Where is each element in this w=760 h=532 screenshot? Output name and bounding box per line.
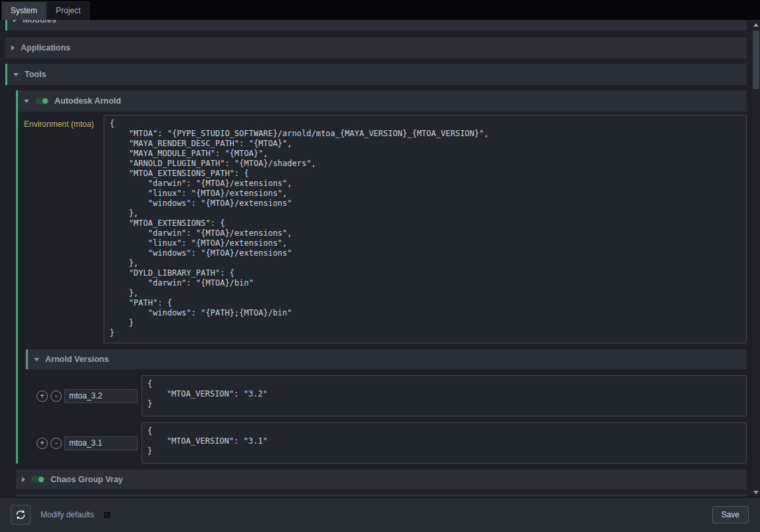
scrollbar-thumb[interactable] xyxy=(753,31,759,89)
window-tabbar: System Project xyxy=(0,0,760,20)
chevron-down-icon xyxy=(34,358,39,361)
group-label-chaos-group-vray: Chaos Group Vray xyxy=(50,475,123,484)
environment-label: Environment (mtoa) xyxy=(24,115,100,129)
add-version-button[interactable]: + xyxy=(37,438,48,449)
tab-project[interactable]: Project xyxy=(47,1,90,20)
group-header-chaos-group-vray[interactable]: Chaos Group Vray xyxy=(16,470,747,489)
remove-version-button[interactable]: - xyxy=(50,391,62,402)
chevron-down-icon xyxy=(13,73,19,76)
chevron-right-icon xyxy=(22,477,25,482)
group-header-autodesk-arnold[interactable]: Autodesk Arnold xyxy=(18,90,747,112)
version-name-input[interactable] xyxy=(64,436,138,450)
save-button[interactable]: Save xyxy=(712,506,749,523)
clipped-next-row xyxy=(16,494,747,497)
chevron-right-icon xyxy=(13,20,17,23)
section-label-modules: Modules xyxy=(23,20,56,25)
version-item-controls: + - xyxy=(37,389,138,403)
refresh-icon xyxy=(15,509,27,521)
group-label-autodesk-arnold: Autodesk Arnold xyxy=(54,96,121,106)
scrollbar-track[interactable] xyxy=(751,29,760,488)
settings-scroll-area: Modules Applications Tools Autodesk Arno… xyxy=(0,20,751,497)
section-header-tools[interactable]: Tools xyxy=(5,64,747,85)
tab-system[interactable]: System xyxy=(1,1,47,20)
chevron-down-icon xyxy=(24,100,29,103)
modify-defaults-label: Modify defaults xyxy=(41,510,94,519)
scroll-down-icon[interactable] xyxy=(751,488,760,497)
settings-content: Modules Applications Tools Autodesk Arno… xyxy=(0,20,760,497)
remove-version-button[interactable]: - xyxy=(50,438,62,449)
scroll-up-icon[interactable] xyxy=(751,20,760,29)
section-label-tools: Tools xyxy=(25,70,46,79)
enabled-toggle[interactable] xyxy=(35,98,48,104)
version-json-editor[interactable]: { "MTOA_VERSION": "3.2" } xyxy=(142,375,747,416)
section-label-applications: Applications xyxy=(21,43,70,52)
section-header-applications[interactable]: Applications xyxy=(5,37,747,58)
section-header-modules[interactable]: Modules xyxy=(5,20,747,31)
environment-json-editor[interactable]: { "MTOA": "{PYPE_STUDIO_SOFTWARE}/arnold… xyxy=(104,115,747,343)
modify-defaults-checkbox[interactable] xyxy=(104,512,110,518)
enabled-toggle[interactable] xyxy=(31,476,45,483)
group-autodesk-arnold: Autodesk Arnold Environment (mtoa) { "MT… xyxy=(16,90,747,464)
add-version-button[interactable]: + xyxy=(37,391,48,402)
version-item-controls: + - xyxy=(37,436,138,450)
section-label-arnold-versions: Arnold Versions xyxy=(45,355,109,364)
refresh-button[interactable] xyxy=(11,505,31,525)
version-json-editor[interactable]: { "MTOA_VERSION": "3.1" } xyxy=(142,422,747,464)
environment-field-row: Environment (mtoa) { "MTOA": "{PYPE_STUD… xyxy=(24,115,747,343)
footer-bar: Modify defaults Save xyxy=(0,497,760,532)
version-name-input[interactable] xyxy=(64,389,138,403)
chevron-right-icon xyxy=(11,45,15,50)
version-row-mtoa-3-2: + - { "MTOA_VERSION": "3.2" } xyxy=(37,375,747,416)
vertical-scrollbar[interactable] xyxy=(751,20,760,497)
section-header-arnold-versions[interactable]: Arnold Versions xyxy=(26,349,747,369)
version-row-mtoa-3-1: + - { "MTOA_VERSION": "3.1" } xyxy=(37,422,747,464)
